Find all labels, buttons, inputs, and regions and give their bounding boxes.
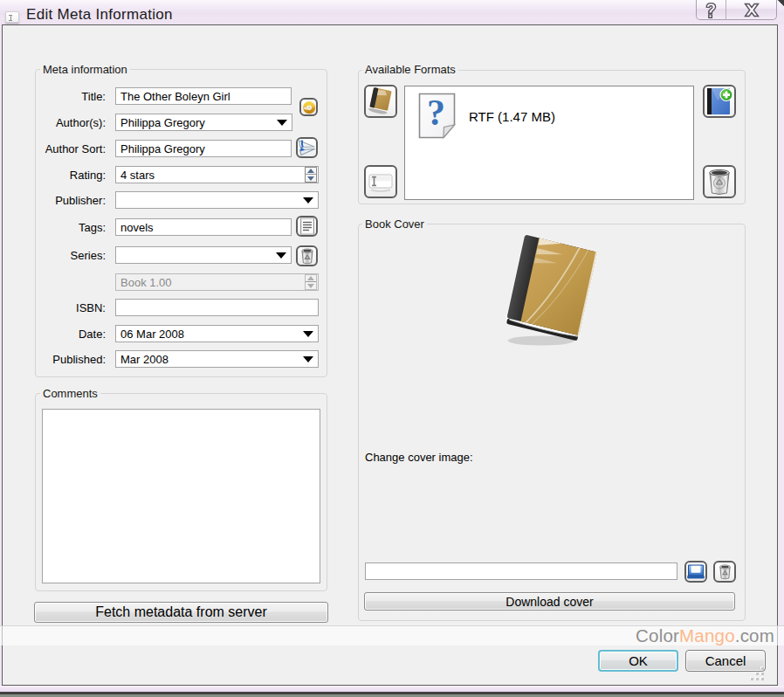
svg-text:?: ?: [427, 93, 445, 133]
